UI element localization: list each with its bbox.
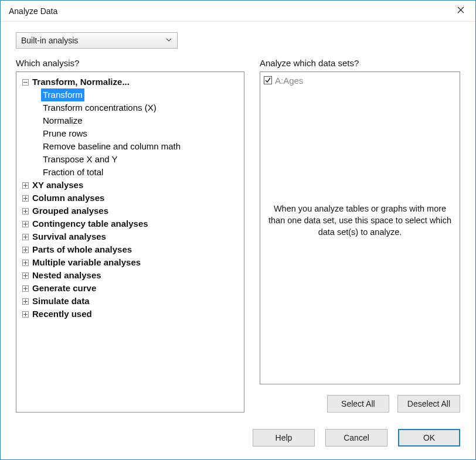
tree-item-label: Normalize [41,114,84,127]
tree-group-label: Recently used [32,308,92,321]
tree-expand-icon[interactable] [22,311,29,318]
tree-expand-icon[interactable] [22,247,29,253]
tree-group-label: Contingency table analyses [32,217,148,230]
tree-group-label: Survival analyses [32,230,106,243]
tree-group[interactable]: Generate curve [22,282,240,295]
tree-group-label: Parts of whole analyses [32,243,132,256]
tree-expand-icon[interactable] [22,221,29,227]
tree-item[interactable]: Transpose X and Y [41,153,240,166]
tree-expand-icon[interactable] [22,182,29,189]
tree-expand-icon[interactable] [22,298,29,305]
dropdown-selected-label: Built-in analysis [21,36,78,45]
deselect-all-button[interactable]: Deselect All [397,395,460,413]
tree-group[interactable]: Grouped analyses [22,205,240,217]
tree-group-label: Column analyses [32,192,104,205]
help-button[interactable]: Help [253,429,315,447]
tree-item[interactable]: Normalize [41,114,240,127]
dataset-label: A:Ages [275,76,303,86]
tree-item[interactable]: Remove baseline and column math [41,140,240,153]
tree-group[interactable]: Survival analyses [22,230,240,243]
ok-button[interactable]: OK [398,429,460,447]
close-icon [457,6,464,15]
tree-item-label: Transform [41,88,84,101]
tree-collapse-icon[interactable] [22,79,29,86]
tree-children: TransformTransform concentrations (X)Nor… [22,88,240,179]
columns: Which analysis? Transform, Normalize...T… [16,58,460,413]
analyze-which-datasets-label: Analyze which data sets? [260,58,460,68]
tree-group-label: Multiple variable analyses [32,256,141,269]
dataset-list: A:Ages [260,72,460,88]
tree-expand-icon[interactable] [22,260,29,266]
tree-group[interactable]: Simulate data [22,295,240,308]
select-all-button[interactable]: Select All [327,395,389,413]
left-column: Which analysis? Transform, Normalize...T… [16,58,244,413]
tree-group-label: Generate curve [32,282,96,295]
tree-group[interactable]: Transform, Normalize... [22,76,240,88]
tree-item[interactable]: Prune rows [41,127,240,140]
tree-expand-icon[interactable] [22,234,29,240]
cancel-button[interactable]: Cancel [325,429,387,447]
content: Built-in analysis Which analysis? Transf… [1,22,475,459]
tree-group[interactable]: XY analyses [22,179,240,192]
analysis-type-dropdown[interactable]: Built-in analysis [16,32,178,49]
tree-expand-icon[interactable] [22,285,29,292]
which-analysis-label: Which analysis? [16,58,244,68]
tree-item-label: Prune rows [41,127,89,140]
window-title: Analyze Data [9,6,57,16]
tree-group[interactable]: Column analyses [22,192,240,205]
dataset-row[interactable]: A:Ages [264,74,456,86]
analysis-tree-panel: Transform, Normalize...TransformTransfor… [16,71,244,413]
analyze-data-dialog: Analyze Data Built-in analysis Which ana… [0,0,476,460]
tree-expand-icon[interactable] [22,208,29,214]
tree-group-label: Grouped analyses [32,205,108,217]
tree-expand-icon[interactable] [22,272,29,279]
tree-expand-icon[interactable] [22,195,29,202]
dataset-buttons: Select All Deselect All [260,395,460,413]
tree-group[interactable]: Multiple variable analyses [22,256,240,269]
titlebar: Analyze Data [1,1,475,22]
tree-group[interactable]: Nested analyses [22,269,240,282]
tree-group-label: Nested analyses [32,269,101,282]
tree-item-label: Fraction of total [41,166,105,179]
tree-item-label: Remove baseline and column math [41,140,182,153]
datasets-hint: When you analyze tables or graphs with m… [267,203,453,238]
close-button[interactable] [447,2,474,20]
tree-item[interactable]: Fraction of total [41,166,240,179]
tree-item[interactable]: Transform concentrations (X) [41,101,240,114]
datasets-panel: A:Ages When you analyze tables or graphs… [260,71,460,384]
tree-item-label: Transform concentrations (X) [41,101,158,114]
right-column: Analyze which data sets? A:Ages When you… [260,58,460,413]
dataset-checkbox[interactable] [264,76,272,84]
tree-group[interactable]: Recently used [22,308,240,321]
tree-item-label: Transpose X and Y [41,153,120,166]
footer-buttons: Help Cancel OK [16,429,460,447]
tree-item[interactable]: Transform [41,88,240,101]
tree-group-label: Simulate data [32,295,90,308]
chevron-down-icon [165,36,172,45]
tree-group[interactable]: Contingency table analyses [22,217,240,230]
tree-group-label: XY analyses [32,179,83,192]
tree-group[interactable]: Parts of whole analyses [22,243,240,256]
analysis-tree[interactable]: Transform, Normalize...TransformTransfor… [16,72,244,324]
tree-group-label: Transform, Normalize... [32,76,130,88]
